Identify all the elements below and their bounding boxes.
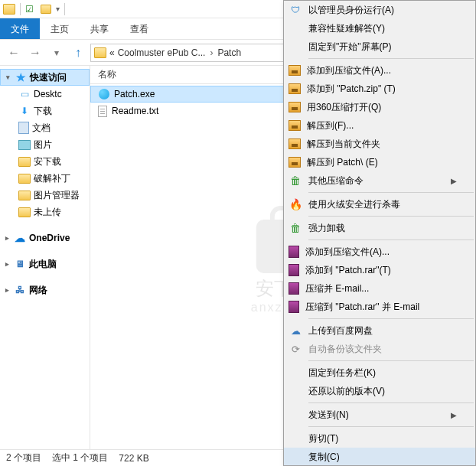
menu-pin-start[interactable]: 固定到"开始"屏幕(P) [284,37,475,56]
menu-label: 解压到(F)... [307,119,354,132]
menu-compat-troubleshoot[interactable]: 兼容性疑难解答(Y) [284,19,475,37]
divider [20,3,21,15]
menu-add-rar[interactable]: 添加到 "Patch.rar"(T) [284,261,475,279]
qat-checkbox-icon[interactable]: ☑ [25,4,36,15]
menu-compress-email[interactable]: 压缩并 E-mail... [284,279,475,298]
tab-share[interactable]: 共享 [80,18,119,39]
menu-add-archive[interactable]: 添加到压缩文件(A)... [284,61,475,80]
crumb-folder-1[interactable]: Coolmuster ePub C... [118,47,206,58]
menu-label: 添加到压缩文件(A)... [305,246,390,259]
recent-dropdown[interactable]: ▾ [47,44,66,62]
qat-folder-icon[interactable] [41,5,51,14]
menu-label: 使用火绒安全进行杀毒 [308,198,400,211]
picture-icon [18,140,31,150]
menu-copy[interactable]: 复制(C) [284,448,475,466]
sidebar-item-label: 图片 [34,138,52,152]
tab-view[interactable]: 查看 [119,18,159,39]
chevron-right-icon[interactable]: ▸ [3,234,11,242]
menu-separator [308,216,474,217]
menu-label: 解压到 Patch\ (E) [307,156,378,169]
menu-open-360zip[interactable]: 用360压缩打开(Q) [284,98,475,116]
submenu-arrow-icon: ▶ [451,411,457,419]
menu-extract-patch[interactable]: 解压到 Patch\ (E) [284,153,475,171]
sidebar-network[interactable]: ▸🖧网络 [0,282,90,298]
divider [64,3,65,15]
shield-icon: 🛡 [289,3,302,17]
menu-label: 以管理员身份运行(A) [308,4,394,17]
crumb-first[interactable]: « [109,47,115,58]
menu-label: 强力卸载 [308,222,345,235]
chevron-down-icon[interactable]: ▾ [4,73,11,81]
menu-force-uninstall[interactable]: 🗑强力卸载 [284,219,475,237]
sidebar-quick-access[interactable]: ▾ ★ 快速访问 [0,69,90,86]
sidebar-item-desktop[interactable]: ▭Desktc [0,86,90,103]
sidebar-item-label: 下载 [34,105,52,118]
sidebar-item-crack[interactable]: 破解补丁 [0,170,90,187]
address-folder-icon [94,47,106,58]
menu-label: 剪切(T) [308,432,338,445]
sidebar-item-anxiazai[interactable]: 安下载 [0,153,90,170]
up-button[interactable]: ↑ [69,44,87,62]
back-button[interactable]: ← [5,44,23,62]
trash-icon: 🗑 [289,174,302,187]
menu-run-as-admin[interactable]: 🛡以管理员身份运行(A) [284,1,475,19]
menu-huorong-scan[interactable]: 🔥使用火绒安全进行杀毒 [284,195,475,213]
folder-icon [18,157,31,167]
menu-label: 兼容性疑难解答(Y) [308,22,385,35]
tab-file[interactable]: 文件 [0,18,40,39]
menu-separator [308,192,474,193]
qat-dropdown-icon[interactable]: ▾ [56,5,60,13]
sidebar-item-label: 破解补丁 [34,172,70,185]
tab-home[interactable]: 主页 [40,18,80,39]
menu-separator [308,402,474,403]
file-name: Readme.txt [112,106,158,116]
document-icon [18,122,29,134]
menu-add-zip[interactable]: 添加到 "Patch.zip" (T) [284,80,475,98]
sidebar-item-documents[interactable]: 文档 [0,119,90,136]
submenu-arrow-icon: ▶ [451,177,457,185]
sync-icon: ⟳ [289,342,302,356]
rar-icon [289,246,299,258]
menu-label: 用360压缩打开(Q) [307,101,381,114]
menu-separator [308,240,474,240]
menu-compress-rar-email[interactable]: 压缩到 "Patch.rar" 并 E-mail [284,298,475,316]
menu-send-to[interactable]: 发送到(N)▶ [284,406,475,424]
folder-icon [18,207,31,217]
forward-button: → [26,44,44,62]
menu-pin-taskbar[interactable]: 固定到任务栏(K) [284,363,475,382]
menu-add-archive-rar[interactable]: 添加到压缩文件(A)... [284,243,475,261]
crumb-folder-2[interactable]: Patch [217,47,241,58]
sidebar-item-notupload[interactable]: 未上传 [0,204,90,220]
sidebar-item-downloads[interactable]: ⬇下载 [0,103,90,119]
chevron-right-icon[interactable]: ▸ [3,286,11,294]
window-folder-icon [3,4,15,15]
nav-pane: ▾ ★ 快速访问 ▭Desktc ⬇下载 文档 图片 安下载 破解补丁 图片管理… [0,66,90,449]
sidebar-item-label: OneDrive [29,233,70,243]
sidebar-item-picmgr[interactable]: 图片管理器 [0,187,90,204]
menu-upload-baidu[interactable]: ☁上传到百度网盘 [284,321,475,340]
menu-label: 压缩并 E-mail... [305,282,369,295]
chevron-right-icon[interactable]: ▸ [3,260,11,268]
menu-other-compress[interactable]: 🗑其他压缩命令▶ [284,171,475,190]
rar-icon [289,264,299,276]
menu-extract-here[interactable]: 解压到当前文件夹 [284,135,475,153]
folder-icon [18,174,31,184]
menu-label: 固定到"开始"屏幕(P) [308,41,392,54]
menu-cut[interactable]: 剪切(T) [284,429,475,448]
menu-extract-to[interactable]: 解压到(F)... [284,116,475,135]
menu-restore-previous[interactable]: 还原以前的版本(V) [284,382,475,400]
rar-icon [289,282,299,295]
chevron-right-icon[interactable]: › [208,47,214,58]
sidebar-item-label: 网络 [29,284,47,297]
sidebar-item-pictures[interactable]: 图片 [0,136,90,153]
menu-label: 添加到压缩文件(A)... [307,64,391,77]
menu-separator [308,58,474,59]
sidebar-this-pc[interactable]: ▸🖥此电脑 [0,256,90,272]
pc-icon: 🖥 [14,258,26,270]
menu-label: 压缩到 "Patch.rar" 并 E-mail [305,301,419,314]
desktop-icon: ▭ [18,88,31,100]
trash-icon: 🗑 [289,221,302,235]
sidebar-onedrive[interactable]: ▸☁OneDrive [0,230,90,246]
sidebar-item-label: 此电脑 [29,258,57,271]
archive-icon [289,102,301,112]
